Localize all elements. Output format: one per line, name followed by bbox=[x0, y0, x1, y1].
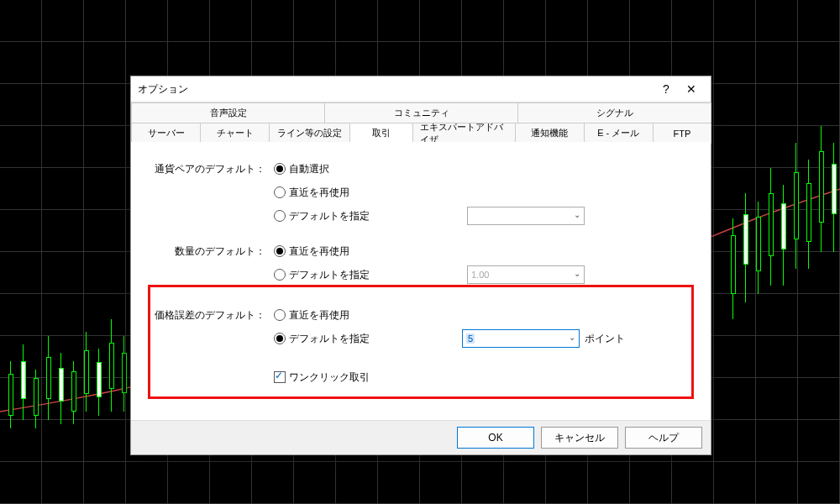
candle bbox=[731, 218, 736, 319]
radio-currency-auto[interactable] bbox=[274, 163, 286, 175]
candle bbox=[769, 168, 774, 286]
tab-community[interactable]: コミュニティ bbox=[324, 102, 518, 123]
tab-notify[interactable]: 通知機能 bbox=[515, 123, 585, 144]
radio-label: 自動選択 bbox=[289, 162, 329, 176]
tab-label: ライン等の設定 bbox=[277, 127, 342, 139]
tab-label: 取引 bbox=[372, 127, 391, 139]
chevron-down-icon: ⌄ bbox=[569, 333, 575, 342]
tab-label: サーバー bbox=[148, 127, 185, 139]
volume-label: 数量のデフォルト： bbox=[131, 244, 270, 259]
candle bbox=[46, 336, 51, 420]
options-dialog: オプション ? ✕ 音声設定 コミュニティ シグナル サーバー チャート ライン… bbox=[130, 76, 711, 455]
close-button[interactable]: ✕ bbox=[679, 79, 704, 99]
radio-currency-reuse[interactable] bbox=[274, 186, 286, 198]
radio-label: デフォルトを指定 bbox=[289, 209, 370, 223]
tab-ea[interactable]: エキスパートアドバイザ bbox=[412, 123, 515, 144]
radio-deviation-reuse[interactable] bbox=[274, 309, 286, 321]
candle bbox=[819, 126, 824, 252]
candle bbox=[71, 361, 76, 424]
lower-tab-row: サーバー チャート ライン等の設定 取引 エキスパートアドバイザ 通知機能 E … bbox=[131, 123, 711, 144]
tab-lines[interactable]: ライン等の設定 bbox=[269, 123, 349, 144]
candle bbox=[84, 332, 89, 412]
radio-volume-default[interactable] bbox=[274, 269, 286, 281]
tab-label: 音声設定 bbox=[210, 107, 247, 119]
candle bbox=[756, 202, 761, 294]
radio-label: デフォルトを指定 bbox=[289, 268, 370, 282]
dialog-title: オプション bbox=[138, 82, 654, 97]
radio-label: 直近を再使用 bbox=[289, 244, 349, 259]
button-label: ヘルプ bbox=[648, 431, 679, 445]
tab-ftp[interactable]: FTP bbox=[653, 123, 711, 144]
tab-chart[interactable]: チャート bbox=[200, 123, 270, 144]
titlebar: オプション ? ✕ bbox=[131, 76, 711, 102]
cancel-button[interactable]: キャンセル bbox=[541, 427, 618, 449]
candle bbox=[34, 370, 39, 428]
radio-currency-default[interactable] bbox=[274, 210, 286, 222]
candle bbox=[743, 193, 748, 302]
help-icon: ? bbox=[663, 82, 669, 96]
combo-value: 1.00 bbox=[471, 270, 489, 280]
combo-currency[interactable]: ⌄ bbox=[467, 207, 585, 225]
tab-audio[interactable]: 音声設定 bbox=[131, 102, 325, 123]
tab-server[interactable]: サーバー bbox=[131, 123, 201, 144]
tab-label: 通知機能 bbox=[531, 127, 568, 139]
dialog-button-bar: OK キャンセル ヘルプ bbox=[131, 420, 711, 454]
candle bbox=[794, 143, 799, 269]
tab-label: シグナル bbox=[596, 107, 633, 119]
tab-panel-trade: 通貨ペアのデフォルト： 自動選択 直近を再使用 デフォルトを指定 ⌄ bbox=[131, 142, 711, 421]
candle bbox=[97, 349, 102, 416]
combo-volume[interactable]: 1.00 ⌄ bbox=[467, 265, 585, 284]
candle bbox=[109, 319, 114, 412]
help-button-bottom[interactable]: ヘルプ bbox=[625, 427, 702, 449]
ok-button[interactable]: OK bbox=[457, 427, 534, 449]
radio-deviation-default[interactable] bbox=[274, 333, 286, 344]
candle bbox=[832, 143, 837, 252]
candle bbox=[8, 361, 13, 428]
tab-signals[interactable]: シグナル bbox=[517, 102, 711, 123]
tab-label: コミュニティ bbox=[394, 107, 449, 119]
tab-label: FTP bbox=[674, 129, 691, 139]
candle bbox=[806, 160, 811, 269]
button-label: OK bbox=[488, 432, 502, 444]
combo-deviation[interactable]: 5 ⌄ bbox=[462, 329, 580, 348]
help-button[interactable]: ? bbox=[654, 79, 679, 99]
chevron-down-icon: ⌄ bbox=[574, 269, 580, 278]
combo-value: 5 bbox=[466, 333, 475, 344]
radio-volume-reuse[interactable] bbox=[274, 245, 286, 257]
checkbox-one-click[interactable] bbox=[274, 371, 286, 383]
candle bbox=[21, 344, 26, 420]
tab-label: E - メール bbox=[597, 127, 639, 139]
candle bbox=[781, 185, 786, 286]
currency-label: 通貨ペアのデフォルト： bbox=[131, 162, 270, 176]
tab-email[interactable]: E - メール bbox=[584, 123, 654, 144]
button-label: キャンセル bbox=[554, 431, 605, 445]
radio-label: 直近を再使用 bbox=[289, 186, 349, 200]
candle bbox=[59, 353, 64, 424]
close-icon: ✕ bbox=[686, 82, 696, 96]
chevron-down-icon: ⌄ bbox=[574, 210, 580, 219]
tab-trade[interactable]: 取引 bbox=[349, 123, 414, 144]
tab-label: チャート bbox=[217, 127, 254, 139]
highlight-box bbox=[148, 285, 694, 399]
candle bbox=[122, 336, 127, 412]
